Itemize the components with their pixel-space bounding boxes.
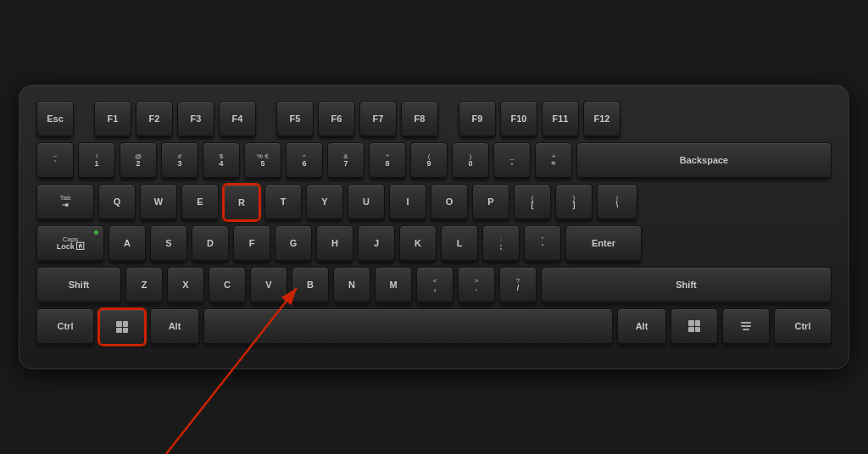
key-6[interactable]: ^6 <box>286 142 323 180</box>
key-esc[interactable]: Esc <box>36 101 74 138</box>
fn-key-row: Esc F1 F2 F3 F4 F5 F6 F7 F8 F9 F10 F11 F… <box>36 101 832 138</box>
key-x[interactable]: X <box>167 267 204 304</box>
keyboard-wrapper: Esc F1 F2 F3 F4 F5 F6 F7 F8 F9 F10 F11 F… <box>19 85 849 369</box>
key-f3[interactable]: F3 <box>177 101 214 138</box>
key-capslock[interactable]: CapsLock 🄰 <box>36 225 104 263</box>
key-3[interactable]: #3 <box>161 142 198 180</box>
key-f8[interactable]: F8 <box>401 101 438 138</box>
key-lbracket[interactable]: {[ <box>514 184 551 221</box>
key-7[interactable]: &7 <box>327 142 364 180</box>
key-enter[interactable]: Enter <box>565 225 642 263</box>
key-0[interactable]: )0 <box>452 142 489 180</box>
key-comma[interactable]: <, <box>416 267 453 304</box>
key-period[interactable]: >. <box>458 267 495 304</box>
key-f9[interactable]: F9 <box>459 101 496 138</box>
key-v[interactable]: V <box>250 267 287 304</box>
menu-icon <box>740 321 752 331</box>
key-f10[interactable]: F10 <box>500 101 537 138</box>
key-y[interactable]: Y <box>306 184 343 221</box>
key-left-shift[interactable]: Shift <box>36 267 121 304</box>
key-w[interactable]: W <box>140 184 177 221</box>
key-f12[interactable]: F12 <box>583 101 620 138</box>
key-i[interactable]: I <box>389 184 426 221</box>
num-key-row: ~` !1 @2 #3 $4 % €5 ^6 &7 *8 (9 )0 _- +=… <box>36 142 832 180</box>
key-space[interactable] <box>203 308 613 346</box>
key-d[interactable]: D <box>192 225 229 263</box>
key-right-win[interactable] <box>670 308 718 346</box>
key-s[interactable]: S <box>150 225 187 263</box>
key-right-ctrl[interactable]: Ctrl <box>774 308 832 346</box>
key-c[interactable]: C <box>209 267 246 304</box>
key-2[interactable]: @2 <box>120 142 157 180</box>
key-f5[interactable]: F5 <box>276 101 314 138</box>
key-4[interactable]: $4 <box>203 142 240 180</box>
key-o[interactable]: O <box>431 184 468 221</box>
key-left-ctrl[interactable]: Ctrl <box>36 308 94 346</box>
key-minus[interactable]: _- <box>493 142 531 180</box>
svg-rect-1 <box>741 325 751 327</box>
key-8[interactable]: *8 <box>369 142 406 180</box>
qwerty-key-row: Tab⇥ Q W E R T Y U I O P {[ }] |\ <box>36 184 832 221</box>
key-menu[interactable] <box>722 308 770 346</box>
key-n[interactable]: N <box>333 267 370 304</box>
home-key-row: CapsLock 🄰 A S D F G H J K L :; "' Enter <box>36 225 832 263</box>
key-9[interactable]: (9 <box>410 142 448 180</box>
key-f7[interactable]: F7 <box>359 101 397 138</box>
key-f2[interactable]: F2 <box>136 101 173 138</box>
key-rbracket[interactable]: }] <box>555 184 593 221</box>
key-f11[interactable]: F11 <box>542 101 579 138</box>
key-t[interactable]: T <box>264 184 302 221</box>
windows-icon <box>116 321 128 333</box>
key-left-alt[interactable]: Alt <box>150 308 199 346</box>
ctrl-key-row: Ctrl Alt Alt Ctrl <box>36 308 832 346</box>
key-m[interactable]: M <box>375 267 412 304</box>
key-1[interactable]: !1 <box>78 142 115 180</box>
svg-rect-2 <box>743 329 749 330</box>
key-equals[interactable]: += <box>535 142 572 180</box>
key-u[interactable]: U <box>348 184 385 221</box>
capslock-indicator <box>94 230 98 235</box>
key-k[interactable]: K <box>399 225 437 263</box>
key-h[interactable]: H <box>316 225 353 263</box>
key-e[interactable]: E <box>181 184 219 221</box>
key-backslash[interactable]: |\ <box>597 184 637 221</box>
key-f1[interactable]: F1 <box>94 101 131 138</box>
key-p[interactable]: P <box>472 184 509 221</box>
key-f[interactable]: F <box>233 225 270 263</box>
key-right-alt[interactable]: Alt <box>617 308 666 346</box>
keyboard: Esc F1 F2 F3 F4 F5 F6 F7 F8 F9 F10 F11 F… <box>19 85 849 369</box>
key-j[interactable]: J <box>358 225 395 263</box>
key-backspace[interactable]: Backspace <box>576 142 832 180</box>
key-tab[interactable]: Tab⇥ <box>36 184 94 221</box>
key-quote[interactable]: "' <box>524 225 561 263</box>
shift-key-row: Shift Z X C V B N M <, >. ?/ Shift <box>36 267 832 304</box>
key-backtick[interactable]: ~` <box>36 142 74 180</box>
key-l[interactable]: L <box>441 225 478 263</box>
key-g[interactable]: G <box>275 225 312 263</box>
key-slash[interactable]: ?/ <box>499 267 537 304</box>
key-semicolon[interactable]: :; <box>482 225 520 263</box>
key-q[interactable]: Q <box>98 184 136 221</box>
key-b[interactable]: B <box>292 267 329 304</box>
key-5[interactable]: % €5 <box>244 142 281 180</box>
key-right-shift[interactable]: Shift <box>541 267 832 304</box>
key-z[interactable]: Z <box>125 267 163 304</box>
key-f6[interactable]: F6 <box>318 101 355 138</box>
key-left-win[interactable] <box>98 308 146 346</box>
key-r[interactable]: R <box>223 184 260 221</box>
key-f4[interactable]: F4 <box>219 101 256 138</box>
svg-rect-0 <box>741 322 751 324</box>
windows-icon-right <box>688 320 700 332</box>
key-a[interactable]: A <box>108 225 146 263</box>
